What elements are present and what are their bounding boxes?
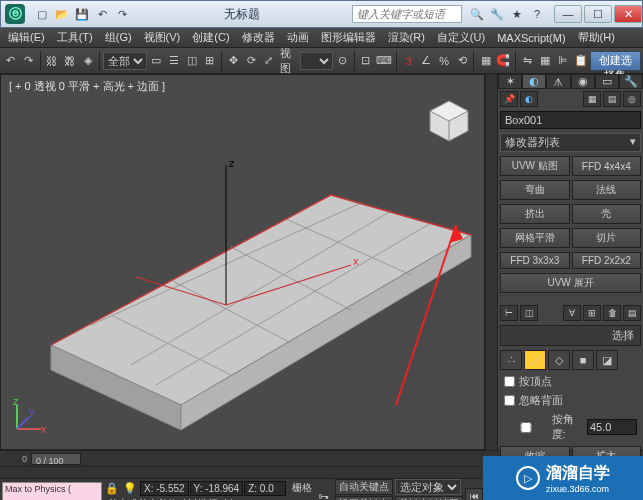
wrench-icon[interactable]: 🔧 bbox=[488, 5, 506, 23]
subobj-edge[interactable]: ／ bbox=[524, 350, 546, 370]
menu-help[interactable]: 帮助(H) bbox=[572, 30, 621, 45]
object-name-field[interactable]: Box001 bbox=[500, 111, 641, 129]
menu-tools[interactable]: 工具(T) bbox=[51, 30, 99, 45]
rollout-selection[interactable]: 选择 bbox=[500, 325, 641, 346]
ref-coord-select[interactable] bbox=[300, 52, 333, 70]
coord-y[interactable]: Y: -18.964 bbox=[190, 481, 244, 496]
move-icon[interactable]: ✥ bbox=[225, 50, 242, 72]
modifier-list-dropdown[interactable]: 修改器列表▾ bbox=[500, 133, 641, 152]
create-selection-set-button[interactable]: 创建选择集 bbox=[590, 51, 641, 71]
named-selset-icon[interactable]: ▦ bbox=[477, 50, 494, 72]
tab-create[interactable]: ✶ bbox=[498, 74, 522, 89]
tab-hierarchy[interactable]: ⩚ bbox=[546, 74, 570, 89]
tab-utilities[interactable]: 🔧 bbox=[619, 74, 643, 89]
search-input[interactable] bbox=[352, 5, 462, 23]
snap-icon[interactable]: 3 bbox=[400, 50, 417, 72]
save-icon[interactable]: 💾 bbox=[73, 5, 91, 23]
menu-modifiers[interactable]: 修改器 bbox=[236, 30, 281, 45]
undo-tb-icon[interactable]: ↶ bbox=[2, 50, 19, 72]
stack-b-icon[interactable]: ⊞ bbox=[583, 305, 601, 321]
app-icon[interactable]: ⓔ bbox=[5, 4, 25, 24]
stack-del-icon[interactable]: 🗑 bbox=[603, 305, 621, 321]
btn-uvwunwrap[interactable]: UVW 展开 bbox=[500, 273, 641, 293]
redo-icon[interactable]: ↷ bbox=[113, 5, 131, 23]
subobj-border[interactable]: ◇ bbox=[548, 350, 570, 370]
tab-display[interactable]: ▭ bbox=[595, 74, 619, 89]
undo-icon[interactable]: ↶ bbox=[93, 5, 111, 23]
mirror-icon[interactable]: ⇋ bbox=[519, 50, 536, 72]
link-icon[interactable]: ⛓ bbox=[43, 50, 60, 72]
unlink-icon[interactable]: ⛓̸ bbox=[61, 50, 78, 72]
btn-normal[interactable]: 法线 bbox=[572, 180, 642, 200]
angle-snap-icon[interactable]: ∠ bbox=[418, 50, 435, 72]
tab-motion[interactable]: ◉ bbox=[571, 74, 595, 89]
viewcube[interactable] bbox=[424, 95, 474, 145]
btn-extrude[interactable]: 挤出 bbox=[500, 204, 570, 224]
percent-snap-icon[interactable]: % bbox=[436, 50, 453, 72]
open-icon[interactable]: 📂 bbox=[53, 5, 71, 23]
btn-ffd2[interactable]: FFD 2x2x2 bbox=[572, 252, 642, 269]
lock-icon[interactable]: 🔒 bbox=[104, 482, 120, 495]
coord-z[interactable]: Z: 0.0 bbox=[244, 481, 286, 496]
subobj-element[interactable]: ◪ bbox=[596, 350, 618, 370]
btn-ffd4[interactable]: FFD 4x4x4 bbox=[572, 156, 642, 176]
keyboard-icon[interactable]: ⌨ bbox=[375, 50, 393, 72]
menu-render[interactable]: 渲染(R) bbox=[382, 30, 431, 45]
tab-modify[interactable]: ◐ bbox=[522, 74, 546, 89]
array-icon[interactable]: ▦ bbox=[537, 50, 554, 72]
keyfilter-button[interactable]: 关键点过滤器 bbox=[395, 496, 463, 500]
menu-animation[interactable]: 动画 bbox=[281, 30, 315, 45]
rotate-icon[interactable]: ⟳ bbox=[243, 50, 260, 72]
menu-view[interactable]: 视图(V) bbox=[138, 30, 187, 45]
menu-customize[interactable]: 自定义(U) bbox=[431, 30, 491, 45]
autokey-button[interactable]: 自动关键点 bbox=[335, 479, 393, 495]
goto-start-icon[interactable]: ⏮ bbox=[465, 488, 483, 501]
key-icon[interactable]: 🗝 bbox=[318, 490, 329, 501]
spinner-snap-icon[interactable]: ⟲ bbox=[454, 50, 471, 72]
scale-icon[interactable]: ⤢ bbox=[261, 50, 278, 72]
btn-uvwmap[interactable]: UVW 贴图 bbox=[500, 156, 570, 176]
stack-a-icon[interactable]: ∀ bbox=[563, 305, 581, 321]
coord-x[interactable]: X: -5.552 bbox=[140, 481, 189, 496]
cp-c-icon[interactable]: ◎ bbox=[623, 91, 641, 107]
new-icon[interactable]: ▢ bbox=[33, 5, 51, 23]
subobj-vertex[interactable]: ∴ bbox=[500, 350, 522, 370]
pivot-icon[interactable]: ⊙ bbox=[334, 50, 351, 72]
redo-tb-icon[interactable]: ↷ bbox=[20, 50, 37, 72]
bind-icon[interactable]: ◈ bbox=[79, 50, 96, 72]
menu-grapheditor[interactable]: 图形编辑器 bbox=[315, 30, 382, 45]
viewport[interactable]: [ + 0 透视 0 平滑 + 高光 + 边面 ] x z bbox=[0, 74, 485, 450]
chk-byangle[interactable]: 按角度: bbox=[504, 412, 583, 442]
select-name-icon[interactable]: ☰ bbox=[166, 50, 183, 72]
pin-icon[interactable]: 📌 bbox=[500, 91, 518, 107]
setkey-button[interactable]: 设置关键点 bbox=[335, 496, 393, 500]
select-region-icon[interactable]: ◫ bbox=[183, 50, 200, 72]
menu-group[interactable]: 组(G) bbox=[99, 30, 138, 45]
btn-slice[interactable]: 切片 bbox=[572, 228, 642, 248]
stack-cfg-icon[interactable]: ▤ bbox=[623, 305, 641, 321]
btn-ffd3[interactable]: FFD 3x3x3 bbox=[500, 252, 570, 269]
minimize-button[interactable]: — bbox=[554, 5, 582, 23]
btn-meshsmooth[interactable]: 网格平滑 bbox=[500, 228, 570, 248]
time-slider[interactable]: 0 / 100 bbox=[31, 453, 81, 465]
cp-a-icon[interactable]: ▦ bbox=[583, 91, 601, 107]
menu-maxscript[interactable]: MAXScript(M) bbox=[491, 32, 571, 44]
btn-shell[interactable]: 壳 bbox=[572, 204, 642, 224]
subobj-polygon[interactable]: ■ bbox=[572, 350, 594, 370]
chk-byvertex[interactable]: 按顶点 bbox=[504, 374, 637, 389]
layer-icon[interactable]: 📋 bbox=[572, 50, 589, 72]
close-button[interactable]: ✕ bbox=[614, 5, 642, 23]
cp-b-icon[interactable]: ▤ bbox=[603, 91, 621, 107]
binoculars-icon[interactable]: 🔍 bbox=[468, 5, 486, 23]
isolate-icon[interactable]: 💡 bbox=[122, 482, 138, 495]
maximize-button[interactable]: ☐ bbox=[584, 5, 612, 23]
menu-edit[interactable]: 编辑(E) bbox=[2, 30, 51, 45]
script-listener[interactable]: Max to Physics ( bbox=[2, 482, 102, 501]
config-icon[interactable]: ◐ bbox=[520, 91, 538, 107]
menu-create[interactable]: 创建(C) bbox=[186, 30, 235, 45]
star-icon[interactable]: ★ bbox=[508, 5, 526, 23]
align-icon[interactable]: ⊫ bbox=[554, 50, 571, 72]
magnet-icon[interactable]: 🧲 bbox=[495, 50, 512, 72]
btn-bend[interactable]: 弯曲 bbox=[500, 180, 570, 200]
manipulate-icon[interactable]: ⊡ bbox=[358, 50, 375, 72]
